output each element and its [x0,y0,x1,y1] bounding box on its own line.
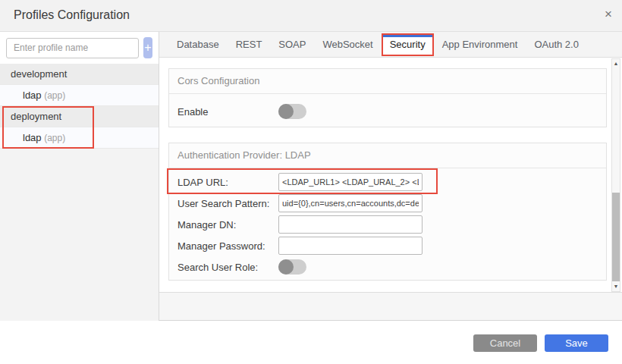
cancel-button[interactable]: Cancel [473,334,537,352]
dialog-footer: Cancel Save [0,321,622,364]
sidebar-item-suffix: (app) [44,90,65,101]
user-search-pattern-input[interactable] [278,194,423,212]
dialog-titlebar: Profiles Configuration × [0,0,622,32]
tab-security[interactable]: Security [382,33,434,56]
sidebar-item-ldap-development[interactable]: ldap (app) [0,85,159,106]
ldap-url-label: LDAP URL: [177,177,278,188]
scrollbar-down-icon[interactable]: ▼ [612,282,620,291]
ldap-url-row: LDAP URL: [169,171,606,193]
sidebar-item-label: development [11,68,67,80]
toggle-knob [278,259,294,275]
ldap-section-title: Authentication Provider: LDAP [177,149,598,161]
cors-configuration-card: Cors Configuration Enable [168,68,607,127]
add-profile-button[interactable]: + [143,37,152,58]
profile-name-input[interactable] [6,38,139,58]
ldap-provider-card: Authentication Provider: LDAP LDAP URL: … [168,143,607,281]
manager-password-row: Manager Password: [169,235,606,256]
cors-enable-label: Enable [177,106,278,118]
tab-websocket[interactable]: WebSocket [314,32,381,57]
sidebar-item-label: ldap [23,132,42,143]
tab-database[interactable]: Database [168,32,228,57]
content-bottom-strip [159,292,622,321]
tab-rest[interactable]: REST [228,32,271,57]
user-search-pattern-row: User Search Pattern: [169,193,606,214]
cors-enable-toggle[interactable] [278,104,306,119]
settings-tabbar: Database REST SOAP WebSocket Security Ap… [159,32,622,58]
manager-dn-input[interactable] [278,215,423,234]
save-button[interactable]: Save [545,334,608,352]
tab-oauth20[interactable]: OAuth 2.0 [526,32,587,57]
tab-soap[interactable]: SOAP [270,32,314,57]
manager-password-label: Manager Password: [177,240,278,252]
close-icon[interactable]: × [605,7,612,22]
manager-password-input[interactable] [278,237,423,255]
ldap-url-input[interactable] [278,173,423,191]
cors-section-title: Cors Configuration [177,75,598,86]
profiles-sidebar: + development ldap (app) deployment ldap… [0,32,159,321]
content-scrollbar[interactable]: ▲ ▼ [611,58,620,292]
toggle-knob [278,104,294,119]
cors-enable-row: Enable [169,101,606,122]
sidebar-item-label: deployment [11,111,61,122]
manager-dn-label: Manager DN: [177,219,278,231]
sidebar-item-ldap-deployment[interactable]: ldap (app) [0,127,159,149]
search-user-role-toggle[interactable] [278,259,306,275]
section-divider [169,93,606,94]
section-divider [169,168,606,168]
sidebar-item-label: ldap [23,89,42,101]
dialog-title: Profiles Configuration [14,8,130,22]
profile-list: development ldap (app) deployment ldap (… [0,64,159,149]
tab-app-environment[interactable]: App Environment [434,32,526,57]
manager-dn-row: Manager DN: [169,214,606,235]
sidebar-item-deployment[interactable]: deployment [0,106,159,127]
user-search-pattern-label: User Search Pattern: [177,198,278,209]
search-user-role-label: Search User Role: [177,262,278,273]
sidebar-item-development[interactable]: development [0,64,159,85]
sidebar-item-suffix: (app) [44,133,65,143]
profiles-configuration-dialog: Profiles Configuration × + development l… [0,0,622,364]
profile-create-row: + [0,32,159,64]
scrollbar-up-icon[interactable]: ▲ [612,59,620,68]
scrollbar-thumb[interactable] [612,193,620,281]
search-user-role-row: Search User Role: [169,256,606,278]
